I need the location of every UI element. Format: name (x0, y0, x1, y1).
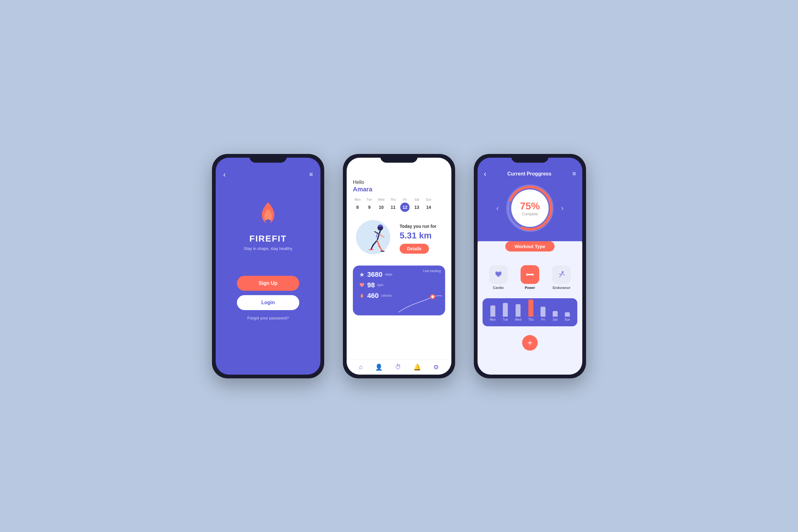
steps-value: 3680 (367, 270, 382, 279)
notch-3 (511, 154, 549, 163)
power-icon-box (520, 265, 539, 284)
chart-col-wed: Wed (515, 304, 521, 321)
day-mon[interactable]: Mon 8 (353, 198, 362, 212)
workout-type-badge[interactable]: Workout Type (505, 241, 555, 251)
day-label-tue: Tue (367, 198, 372, 201)
login-button[interactable]: Login (237, 295, 299, 310)
progress-prev-icon[interactable]: ‹ (496, 204, 499, 212)
chart-label-sun: Sun (565, 318, 570, 321)
day-fri[interactable]: Fri 12 (400, 198, 410, 212)
bar-tue (503, 303, 508, 317)
day-num-fri: 12 (400, 203, 410, 212)
bar-thu (528, 300, 533, 317)
svg-point-2 (432, 296, 434, 298)
run-distance: 5.31 km (400, 231, 445, 241)
power-label: Power (525, 286, 535, 289)
bpm-value: 98 (367, 281, 375, 289)
dashboard-greeting: Hello (353, 179, 445, 185)
chart-col-tue: Tue (503, 303, 508, 321)
chart-label-fri: Fri (542, 318, 545, 321)
notch-1 (249, 154, 287, 163)
workout-type-header: Workout Type (482, 241, 577, 256)
run-icon (557, 270, 566, 279)
progress-title: Current Proggress (507, 171, 551, 177)
tracking-curve (395, 290, 445, 316)
calories-value: 460 (367, 292, 379, 300)
bpm-row: 98 bpm (359, 281, 439, 289)
day-label-fri: Fri (403, 198, 407, 201)
progress-percent-display: 75% Complete (520, 200, 540, 216)
day-num-tue: 9 (365, 203, 374, 212)
stats-card: Live tracking 3680 steps 98 bpm (353, 266, 445, 316)
forgot-password-link[interactable]: Forgot your password? (247, 316, 289, 320)
workout-power[interactable]: Power (520, 265, 539, 289)
fab-add-button[interactable]: + (522, 335, 538, 350)
bar-mon (490, 305, 495, 317)
app-subtitle: Stay in shape, stay healthy (244, 246, 292, 251)
cardio-icon-box (489, 265, 508, 284)
workout-cardio[interactable]: Cardio (489, 265, 508, 289)
progress-next-icon[interactable]: › (561, 204, 564, 212)
week-calendar: Mon 8 Tue 9 Wed 10 Thu 11 Fri 12 (353, 198, 445, 212)
running-illustration (353, 217, 397, 261)
bottom-nav: ⌂ 👤 ⏱ 🔔 ⚙ (347, 359, 451, 375)
run-text: Today you run for 5.31 km Details (400, 224, 445, 253)
progress-menu-icon[interactable]: ≡ (572, 170, 576, 177)
login-content: FireFit Stay in shape, stay healthy Sign… (216, 182, 320, 320)
weekly-chart: Mon Tue Wed Thu Fri (482, 298, 577, 326)
nav-home-icon[interactable]: ⌂ (359, 363, 363, 371)
notch-2 (380, 154, 418, 163)
day-label-sun: Sun (426, 198, 432, 201)
chart-col-thu: Thu (528, 300, 534, 321)
day-label-thu: Thu (390, 198, 396, 201)
day-num-mon: 8 (353, 203, 362, 212)
svg-rect-8 (528, 274, 532, 275)
chart-label-thu: Thu (528, 318, 534, 321)
endurance-icon-box (552, 265, 571, 284)
run-today-label: Today you run for (400, 224, 445, 229)
fire-icon (359, 293, 365, 299)
day-num-sat: 13 (412, 203, 421, 212)
bar-sun (565, 312, 570, 317)
phone-dashboard: Hello Amara Mon 8 Tue 9 Wed 10 Thu 1 (343, 154, 455, 378)
chart-col-sat: Sat (553, 311, 558, 321)
nav-profile-icon[interactable]: 👤 (375, 363, 383, 371)
cardio-label: Cardio (493, 286, 504, 289)
details-button[interactable]: Details (400, 244, 429, 254)
heart-rate-icon (494, 270, 503, 279)
day-wed[interactable]: Wed 10 (377, 198, 386, 212)
percent-label: Complete (520, 212, 540, 216)
progress-back-icon[interactable]: ‹ (484, 170, 486, 178)
dashboard-name: Amara (353, 186, 445, 193)
heart-icon (359, 282, 365, 288)
bar-fri (540, 307, 546, 317)
menu-icon[interactable]: ≡ (309, 171, 313, 178)
app-title: FireFit (249, 234, 287, 244)
bar-sat (553, 311, 558, 317)
phone-progress: ‹ Current Proggress ≡ ‹ (474, 154, 586, 378)
steps-icon (359, 272, 365, 278)
workout-endurance[interactable]: Endurance (552, 265, 571, 289)
live-tracking-label: Live tracking (423, 269, 441, 273)
endurance-label: Endurance (553, 286, 570, 289)
nav-timer-icon[interactable]: ⏱ (395, 363, 401, 371)
signup-button[interactable]: Sign Up (237, 276, 299, 291)
day-sat[interactable]: Sat 13 (412, 198, 421, 212)
chart-col-fri: Fri (540, 307, 546, 321)
chart-col-mon: Mon (490, 305, 496, 321)
running-section: Today you run for 5.31 km Details (353, 217, 445, 261)
chart-label-tue: Tue (503, 318, 508, 321)
back-icon[interactable]: ‹ (223, 170, 226, 179)
nav-settings-icon[interactable]: ⚙ (433, 363, 439, 371)
day-label-mon: Mon (355, 198, 360, 201)
day-thu[interactable]: Thu 11 (388, 198, 398, 212)
bpm-label: bpm (377, 283, 383, 287)
svg-rect-9 (526, 273, 527, 276)
day-num-thu: 11 (388, 203, 398, 212)
day-sun[interactable]: Sun 14 (424, 198, 433, 212)
steps-label: steps (385, 273, 393, 276)
nav-bell-icon[interactable]: 🔔 (413, 363, 421, 371)
chart-label-wed: Wed (515, 318, 521, 321)
percent-number: 75% (520, 200, 540, 212)
day-tue[interactable]: Tue 9 (365, 198, 374, 212)
